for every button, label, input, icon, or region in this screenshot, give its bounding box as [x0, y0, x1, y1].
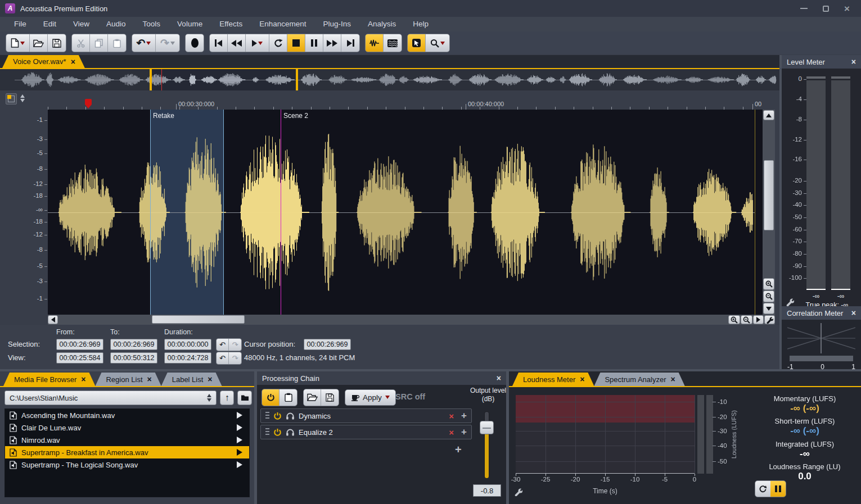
apply-chain-button[interactable]: Apply: [345, 389, 396, 406]
menu-item-file[interactable]: File: [6, 17, 35, 31]
file-row[interactable]: Clair De Lune.wav: [5, 421, 249, 434]
path-spinner-icon[interactable]: [207, 394, 211, 402]
browser-tab-region-list[interactable]: Region List×: [95, 373, 161, 386]
file-row[interactable]: Ascending the Mountain.wav: [5, 409, 249, 421]
loudness-reset-button[interactable]: [755, 481, 770, 497]
horizontal-scroll-thumb[interactable]: [152, 315, 245, 324]
headphones-icon[interactable]: [286, 412, 295, 420]
paste-button[interactable]: [108, 34, 126, 52]
view-redo-button[interactable]: ↷: [229, 352, 241, 364]
vertical-scrollbar[interactable]: [763, 110, 775, 315]
menu-item-plug-ins[interactable]: Plug-Ins: [314, 17, 359, 31]
chain-enable-button[interactable]: [262, 389, 280, 406]
remove-effect-icon[interactable]: ×: [449, 428, 454, 437]
zoom-in-horizontal-button[interactable]: [728, 315, 740, 324]
loudness-pause-button[interactable]: [770, 481, 786, 497]
redo-button[interactable]: ↷: [156, 34, 179, 52]
menu-item-view[interactable]: View: [65, 17, 98, 31]
power-icon[interactable]: [273, 412, 282, 420]
waveform-view-button[interactable]: [366, 34, 384, 52]
folder-path-select[interactable]: C:\Users\Stian\Music: [4, 391, 217, 405]
scroll-settings-button[interactable]: [764, 315, 775, 324]
add-effect-icon[interactable]: +: [461, 410, 467, 421]
open-file-button[interactable]: [30, 34, 48, 52]
scroll-down-button[interactable]: [763, 303, 774, 314]
chain-save-button[interactable]: [321, 389, 339, 406]
timeline-ruler[interactable]: 00:00:30:00000:00:40:00000: [0, 99, 780, 110]
menu-item-help[interactable]: Help: [404, 17, 437, 31]
remove-effect-icon[interactable]: ×: [449, 411, 454, 421]
zoom-out-horizontal-button[interactable]: [741, 315, 752, 324]
chain-paste-button[interactable]: [280, 389, 297, 406]
menu-item-audio[interactable]: Audio: [98, 17, 134, 31]
close-tab-icon[interactable]: ×: [208, 375, 212, 384]
headphones-icon[interactable]: [286, 428, 295, 436]
waveform-editor[interactable]: Retake Scene 2: [48, 110, 763, 315]
chain-item[interactable]: Equalize 2×+: [260, 425, 472, 439]
close-tab-icon[interactable]: ×: [671, 375, 675, 384]
scroll-left-button[interactable]: [48, 315, 58, 324]
add-effect-icon[interactable]: +: [455, 443, 462, 456]
chain-open-button[interactable]: [304, 389, 321, 406]
play-file-icon[interactable]: [237, 437, 242, 443]
loudness-tab-loudness-meter[interactable]: Loudness Meter×: [512, 373, 594, 386]
new-file-button[interactable]: [6, 34, 30, 52]
zoom-tool-button[interactable]: [426, 34, 449, 52]
close-panel-icon[interactable]: ×: [851, 57, 856, 66]
drag-handle-icon[interactable]: [265, 412, 269, 420]
menu-item-enhancement[interactable]: Enhancement: [251, 17, 314, 31]
scroll-up-button[interactable]: [763, 110, 774, 120]
copy-button[interactable]: [90, 34, 108, 52]
stop-button[interactable]: [287, 34, 305, 52]
document-tab[interactable]: Voice Over.wav* ×: [2, 55, 85, 68]
menu-item-effects[interactable]: Effects: [211, 17, 251, 31]
menu-item-volume[interactable]: Volume: [169, 17, 211, 31]
save-button[interactable]: [48, 34, 66, 52]
browser-tab-label-list[interactable]: Label List×: [161, 373, 222, 386]
output-level-slider-handle[interactable]: [480, 421, 494, 434]
menu-item-tools[interactable]: Tools: [134, 17, 169, 31]
waveform-canvas[interactable]: [48, 110, 763, 315]
undo-button[interactable]: ↶: [132, 34, 156, 52]
play-file-icon[interactable]: [237, 461, 242, 468]
level-meter-settings-icon[interactable]: [786, 298, 794, 306]
view-duration-field[interactable]: 00:00:24:728: [164, 352, 211, 364]
browse-folder-button[interactable]: [237, 391, 252, 405]
close-panel-icon[interactable]: ×: [851, 308, 856, 317]
play-file-icon[interactable]: [237, 424, 242, 431]
parent-folder-button[interactable]: ↑: [220, 391, 235, 405]
go-to-start-button[interactable]: [210, 34, 228, 52]
file-row[interactable]: Supertramp - Breakfast in America.wav: [5, 446, 249, 458]
maximize-icon[interactable]: [823, 6, 829, 12]
play-file-icon[interactable]: [237, 449, 242, 456]
zoom-in-vertical-button[interactable]: [763, 278, 774, 290]
view-from-field[interactable]: 00:00:25:584: [56, 352, 103, 364]
selection-undo-button[interactable]: ↶: [217, 339, 229, 351]
record-button[interactable]: [186, 34, 204, 52]
minimize-icon[interactable]: [800, 8, 808, 9]
zoom-menu-button[interactable]: [753, 315, 764, 324]
file-row[interactable]: Supertramp - The Logical Song.wav: [5, 458, 249, 471]
selection-from-field[interactable]: 00:00:26:969: [56, 339, 103, 350]
rewind-button[interactable]: [228, 34, 246, 52]
browser-tab-media-file-browser[interactable]: Media File Browser×: [3, 373, 95, 386]
close-tab-icon[interactable]: ×: [580, 375, 584, 384]
fast-forward-button[interactable]: [323, 34, 341, 52]
add-effect-icon[interactable]: +: [461, 426, 467, 438]
file-row[interactable]: Nimrod.wav: [5, 434, 249, 446]
menu-item-edit[interactable]: Edit: [35, 17, 65, 31]
overview-waveform-canvas[interactable]: [0, 69, 780, 90]
channel-spinner[interactable]: [20, 94, 25, 102]
vertical-scroll-thumb[interactable]: [764, 160, 774, 230]
close-icon[interactable]: ×: [844, 6, 850, 12]
view-to-field[interactable]: 00:00:50:312: [110, 352, 157, 364]
output-level-value[interactable]: -0.8: [473, 484, 501, 497]
zoom-out-vertical-button[interactable]: [763, 290, 774, 302]
horizontal-scrollbar[interactable]: [48, 315, 775, 325]
view-undo-button[interactable]: ↶: [217, 352, 229, 364]
menu-item-analysis[interactable]: Analysis: [359, 17, 404, 31]
close-tab-icon[interactable]: ×: [71, 57, 75, 66]
loudness-settings-icon[interactable]: [514, 488, 522, 496]
selection-redo-button[interactable]: ↷: [229, 339, 241, 351]
selection-to-field[interactable]: 00:00:26:969: [110, 339, 157, 350]
